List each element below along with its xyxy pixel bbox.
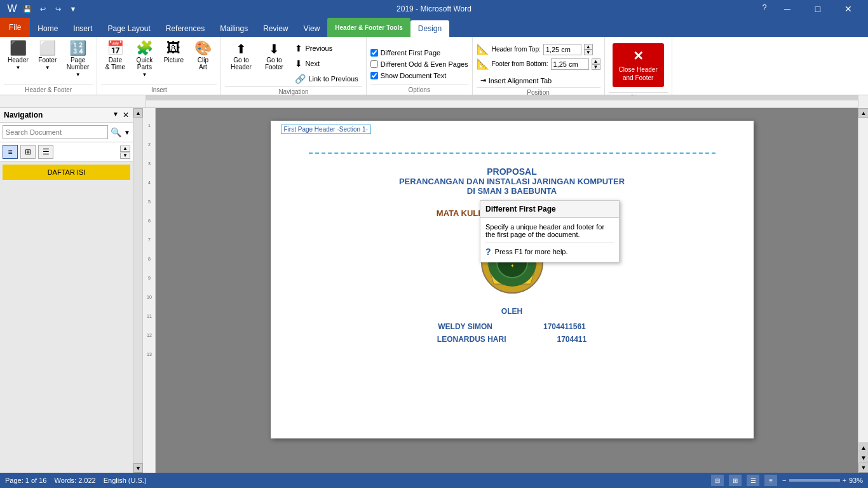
header-btn[interactable]: ⬛ Header ▼: [4, 39, 32, 72]
close-header-footer-btn[interactable]: ✕ Close Headerand Footer: [613, 43, 664, 87]
svg-text:✦: ✦: [510, 263, 514, 269]
page-up-btn[interactable]: ▲: [858, 442, 868, 452]
student-row-0: WELDY SIMON 1704411561: [309, 322, 715, 331]
svg-text:8: 8: [148, 257, 151, 261]
svg-text:9: 9: [148, 276, 151, 280]
tab-review[interactable]: Review: [255, 20, 295, 37]
tab-mailings[interactable]: Mailings: [212, 20, 255, 37]
ribbon-group-position: 📐 Header from Top: ▲ ▼ 📐 Footer from Bot…: [473, 37, 605, 95]
full-reading-btn[interactable]: ⊞: [729, 475, 742, 486]
quick-parts-label: QuickParts: [137, 57, 153, 71]
picture-btn[interactable]: 🖼 Picture: [159, 39, 187, 65]
footer-btn[interactable]: ⬜ Footer ▼: [34, 39, 62, 72]
search-icon[interactable]: 🔍: [111, 127, 121, 137]
ribbon-group-insert-content: 📅 Date& Time 🧩 QuickParts ▼ 🖼 Picture 🎨 …: [101, 39, 217, 83]
nav-close-btn[interactable]: ✕: [123, 111, 129, 119]
minimize-btn[interactable]: ─: [773, 0, 802, 18]
ribbon-group-header-footer: ⬛ Header ▼ ⬜ Footer ▼ 🔢 PageNumber ▼ Hea…: [0, 37, 97, 95]
zoom-in-btn[interactable]: +: [843, 477, 846, 484]
previous-btn[interactable]: ⬆ Previous: [291, 42, 362, 55]
link-to-previous-btn[interactable]: 🔗 Link to Previous: [291, 72, 362, 85]
date-time-btn[interactable]: 📅 Date& Time: [101, 39, 129, 72]
ribbon: ⬛ Header ▼ ⬜ Footer ▼ 🔢 PageNumber ▼ Hea…: [0, 37, 868, 95]
redo-btn[interactable]: ↪: [51, 2, 65, 16]
tab-insert[interactable]: Insert: [65, 20, 100, 37]
footer-dropdown: ▼: [45, 65, 50, 71]
quick-parts-icon: 🧩: [136, 41, 153, 55]
footer-spin-up[interactable]: ▲: [592, 58, 600, 64]
maximize-btn[interactable]: □: [803, 0, 832, 18]
hft-label: Header & Footer Tools: [335, 24, 403, 31]
help-btn[interactable]: ?: [757, 0, 771, 14]
window-title: 2019 - Microsoft Word: [397, 4, 471, 13]
nav-heading-item-0[interactable]: DAFTAR ISI: [3, 165, 130, 180]
quick-access-toolbar: W 💾 ↩ ↪ ▼: [5, 2, 80, 16]
nav-scroll-arrows: ▲ ▼: [120, 146, 130, 159]
page-down-btn[interactable]: ▼: [858, 452, 868, 463]
tab-view[interactable]: View: [296, 20, 328, 37]
tab-hft[interactable]: Header & Footer Tools: [327, 18, 410, 37]
previous-label: Previous: [305, 44, 332, 52]
svg-text:12: 12: [147, 333, 152, 337]
tab-home[interactable]: Home: [30, 20, 65, 37]
nav-scroll-down[interactable]: ▼: [120, 152, 130, 159]
go-to-footer-label: Go toFooter: [265, 57, 283, 71]
scroll-down-btn[interactable]: ▼: [858, 463, 868, 473]
header-label: Header: [8, 57, 29, 64]
nav-headings-btn[interactable]: ≡: [3, 145, 18, 159]
tab-file[interactable]: File: [0, 18, 30, 37]
search-input[interactable]: [3, 125, 108, 139]
footer-spin-down[interactable]: ▼: [592, 64, 600, 70]
next-btn[interactable]: ⬇ Next: [291, 57, 362, 70]
nav-v-scroll-down[interactable]: ▼: [133, 463, 143, 473]
custom-btn[interactable]: ▼: [66, 2, 80, 16]
close-btn[interactable]: ✕: [834, 0, 863, 18]
web-layout-btn[interactable]: ☰: [747, 475, 759, 486]
insert-alignment-tab-btn[interactable]: ⇥ Insert Alignment Tab: [477, 75, 555, 86]
footer-label: Footer: [38, 57, 57, 64]
save-btn[interactable]: 💾: [20, 2, 34, 16]
header-spin-up[interactable]: ▲: [584, 44, 593, 50]
clip-art-btn[interactable]: 🎨 ClipArt: [189, 39, 217, 72]
nav-expand-btn[interactable]: ▼: [112, 111, 119, 119]
go-to-footer-btn[interactable]: ⬇ Go toFooter: [258, 41, 290, 72]
tab-page-layout[interactable]: Page Layout: [100, 20, 158, 37]
header-from-top-input[interactable]: [543, 44, 581, 55]
tooltip-title: Different First Page: [480, 201, 619, 218]
outline-btn[interactable]: ≡: [764, 475, 777, 486]
footer-pos-icon: 📐: [477, 58, 489, 70]
show-doc-text-checkbox[interactable]: [370, 72, 378, 79]
search-dropdown[interactable]: ▼: [124, 129, 130, 136]
quick-parts-btn[interactable]: 🧩 QuickParts ▼: [130, 39, 158, 79]
svg-text:6: 6: [148, 219, 151, 223]
nav-v-scroll-up[interactable]: ▲: [133, 108, 143, 118]
footer-from-bottom-row: 📐 Footer from Bottom: ▲ ▼: [477, 58, 600, 70]
tab-references[interactable]: References: [158, 20, 212, 37]
tab-design[interactable]: Design: [410, 20, 449, 37]
footer-from-bottom-label: Footer from Bottom:: [492, 60, 548, 67]
ribbon-tab-bar: File Home Insert Page Layout References …: [0, 18, 868, 37]
different-first-page-checkbox[interactable]: [370, 49, 378, 57]
svg-text:13: 13: [147, 352, 152, 356]
zoom-slider[interactable]: [789, 479, 840, 482]
ribbon-group-position-content: 📐 Header from Top: ▲ ▼ 📐 Footer from Bot…: [477, 39, 600, 86]
print-layout-btn[interactable]: ⊟: [711, 475, 724, 486]
nav-results-btn[interactable]: ☰: [38, 145, 53, 159]
student-row-1: LEONARDUS HARI 1704411: [309, 335, 715, 344]
page-number-btn[interactable]: 🔢 PageNumber ▼: [63, 39, 93, 79]
header-spin-down[interactable]: ▼: [584, 50, 593, 55]
go-to-header-btn[interactable]: ⬆ Go toHeader: [225, 41, 257, 72]
undo-btn[interactable]: ↩: [36, 2, 50, 16]
scroll-up-btn[interactable]: ▲: [858, 108, 868, 118]
different-odd-even-row: Different Odd & Even Pages: [370, 60, 468, 69]
show-doc-text-row: Show Document Text: [370, 71, 447, 80]
different-odd-even-checkbox[interactable]: [370, 60, 378, 68]
nav-scroll-up[interactable]: ▲: [120, 146, 130, 152]
document-page: First Page Header -Section 1- PROPOSAL P…: [271, 121, 754, 438]
main-area: Navigation ▼ ✕ 🔍 ▼ ≡ ⊞ ☰ ▲ ▼ DAFTAR ISI: [0, 108, 868, 473]
zoom-out-btn[interactable]: −: [782, 477, 786, 484]
svg-text:1: 1: [148, 123, 151, 128]
nav-pages-btn[interactable]: ⊞: [20, 145, 36, 159]
go-to-header-icon: ⬆: [236, 43, 247, 55]
footer-from-bottom-input[interactable]: [551, 58, 589, 70]
